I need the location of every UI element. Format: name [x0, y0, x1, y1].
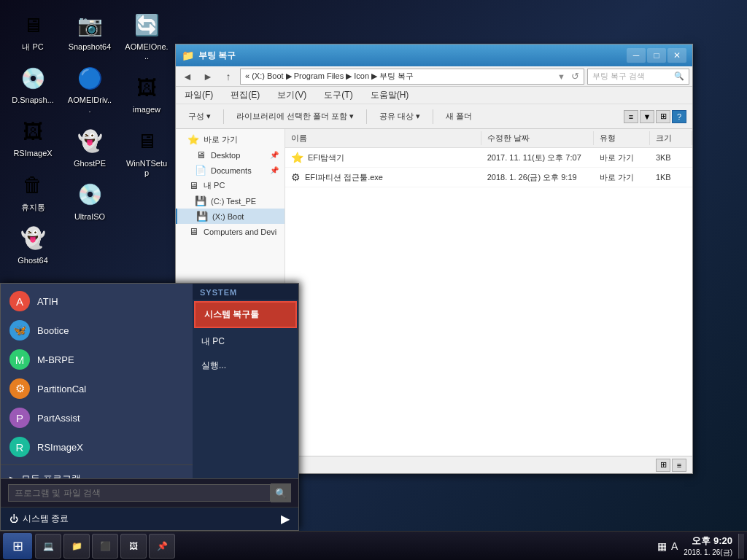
taskbar-date-value: 2018. 1. 26(금)	[684, 548, 732, 558]
taskbar: ⊞ 💻 📁 ⬛ 🖼 📌 ▦ A 오후 9:20 2018. 1. 26(금)	[0, 531, 747, 560]
up-button[interactable]: ↑	[220, 68, 237, 85]
include-library-button[interactable]: 라이브러리에 선택한 폴더 포함 ▾	[230, 108, 360, 125]
file-size-1: 1KB	[650, 171, 692, 184]
file-size-0: 3KB	[650, 151, 692, 164]
file-list-header: 이름 수정한 날짜 유형 크기	[285, 129, 692, 148]
col-header-date[interactable]: 수정한 날짜	[481, 131, 594, 145]
partitioncal-label: PartitionCal	[37, 384, 86, 394]
nav-mypc[interactable]: 🖥 내 PC	[176, 178, 285, 193]
col-header-type[interactable]: 유형	[594, 131, 650, 145]
address-bar[interactable]: « (X:) Boot ▶ Program Files ▶ Icon ▶ 부팅 …	[240, 69, 584, 85]
bottom-view-btn-2[interactable]: ≡	[672, 459, 686, 472]
my-pc-item[interactable]: 내 PC	[193, 330, 298, 354]
desktop-icon-aomei[interactable]: 🔵 AOMEIDriv...	[64, 61, 115, 117]
desktop-icon-snapshot64[interactable]: 📷 Snapshot64	[64, 7, 115, 55]
view-options-button[interactable]: ▼	[640, 110, 654, 123]
start-search-input[interactable]	[8, 484, 271, 502]
ghostpe-icon: 👻	[75, 127, 104, 156]
rsimagex-label: RSImageX	[13, 149, 52, 158]
desktop-icon-ghostpe[interactable]: 👻 GhostPE	[64, 124, 115, 171]
col-header-size[interactable]: 크기	[650, 131, 692, 145]
nav-computers-devices[interactable]: 🖥 Computers and Devi	[176, 224, 285, 239]
close-button[interactable]: ✕	[667, 48, 686, 63]
pane-toggle-button[interactable]: ⊞	[656, 110, 670, 123]
mypc-icon: 🖥	[18, 10, 47, 39]
desktop-icon-recycle[interactable]: 🗑 휴지통	[7, 168, 58, 215]
col-header-name[interactable]: 이름	[285, 131, 481, 145]
system-recovery-item[interactable]: 시스템 복구툴	[194, 301, 297, 328]
desktop-icon-aomeiOne[interactable]: 🔄 AOMEIOne...	[121, 7, 172, 64]
imagew-label: imagew	[133, 105, 160, 114]
start-app-bootice[interactable]: 🦋 Bootice	[1, 316, 193, 345]
desktop-icon-grid: 🖥 내 PC 💿 D.Snapsh... 🖼 RSImageX 🗑 휴지통 👻 …	[7, 7, 160, 284]
bottom-view-btn-1[interactable]: ⊞	[656, 459, 670, 472]
taskbar-clock: 오후 9:20 2018. 1. 26(금)	[684, 534, 732, 558]
share-button[interactable]: 공유 대상 ▾	[373, 108, 427, 125]
partitioncal-icon: ⚙	[9, 378, 30, 399]
help-button[interactable]: ?	[672, 110, 686, 123]
desktop-icon-winntsetup[interactable]: 🖥 WinNTSetup	[121, 124, 172, 181]
ultraiso-label: UltraISO	[74, 212, 105, 222]
menu-tools[interactable]: 도구(T)	[321, 88, 355, 103]
desktop-icon-dsnapshot[interactable]: 💿 D.Snapsh...	[7, 61, 58, 108]
nav-x-drive[interactable]: 💾 (X:) Boot	[176, 209, 285, 224]
ghostpe-label: GhostPE	[74, 159, 106, 168]
details-view-button[interactable]: ≡	[624, 110, 638, 123]
rsimagex2-icon: R	[9, 437, 30, 457]
nav-documents[interactable]: 📄 Documents 📌	[176, 163, 285, 178]
menu-help[interactable]: 도움말(H)	[368, 88, 412, 103]
show-desktop-button[interactable]	[738, 534, 744, 559]
menu-file[interactable]: 파일(F)	[182, 88, 216, 103]
start-app-partassist[interactable]: P PartAssist	[1, 403, 193, 432]
taskbar-item-1[interactable]: 📁	[63, 534, 90, 559]
start-app-rsimagex[interactable]: R RSImageX	[1, 432, 193, 462]
file-name-0: ⭐ EFI탐색기	[285, 149, 481, 166]
back-button[interactable]: ◄	[179, 68, 196, 85]
maximize-button[interactable]: □	[647, 48, 666, 63]
rsimagex2-label: RSImageX	[37, 442, 83, 453]
start-search-button[interactable]: 🔍	[271, 483, 291, 502]
tray-icon-0[interactable]: ▦	[657, 540, 667, 552]
start-app-mbrpe[interactable]: M M-BRPE	[1, 345, 193, 374]
taskbar-item-0[interactable]: 💻	[35, 534, 61, 559]
file-type-0: 바로 가기	[594, 150, 650, 166]
start-app-partitioncal[interactable]: ⚙ PartitionCal	[1, 374, 193, 403]
snapshot64-icon: 📷	[75, 10, 104, 39]
start-apps-panel: A ATIH 🦋 Bootice M M-BRPE ⚙ PartitionCal…	[1, 284, 193, 478]
desktop-icon-ghost64[interactable]: 👻 Ghost64	[7, 221, 58, 268]
run-item[interactable]: 실행...	[193, 354, 298, 378]
start-app-atih[interactable]: A ATIH	[1, 287, 193, 316]
desktop-icon-ultraiso[interactable]: 💿 UltraISO	[64, 177, 115, 225]
organize-button[interactable]: 구성 ▾	[182, 108, 217, 125]
nav-c-label: (C:) Test_PE	[211, 197, 256, 206]
minimize-button[interactable]: ─	[627, 48, 646, 63]
nav-desktop[interactable]: 🖥 Desktop 📌	[176, 147, 285, 163]
desktop-icon-imagew[interactable]: 🖼 imagew	[121, 70, 172, 117]
new-folder-button[interactable]: 새 폴더	[439, 108, 479, 125]
atih-label: ATIH	[37, 296, 58, 307]
search-box[interactable]: 부팅 복구 검색 🔍	[587, 69, 689, 85]
forward-button[interactable]: ►	[199, 68, 217, 85]
desktop-icon-rsimagex[interactable]: 🖼 RSImageX	[7, 114, 58, 161]
taskbar-item-2[interactable]: ⬛	[92, 534, 118, 559]
atih-icon: A	[9, 291, 30, 311]
file-row-1[interactable]: ⚙ EFI파티션 접근툴.exe 2018. 1. 26(금) 오후 9:19 …	[285, 168, 692, 187]
taskbar-item-4[interactable]: 📌	[149, 534, 175, 559]
taskbar-right: ▦ A 오후 9:20 2018. 1. 26(금)	[651, 534, 738, 558]
nav-computers-label: Computers and Devi	[204, 228, 276, 236]
shutdown-button[interactable]: ⏻ 시스템 종료	[9, 513, 69, 525]
desktop-icon-mypc[interactable]: 🖥 내 PC	[7, 7, 58, 55]
tray-icon-A[interactable]: A	[671, 540, 678, 552]
nav-c-drive[interactable]: 💾 (C:) Test_PE	[176, 193, 285, 209]
action-separator-3	[433, 109, 433, 124]
menu-edit[interactable]: 편집(E)	[228, 88, 263, 103]
menu-view[interactable]: 보기(V)	[274, 88, 309, 103]
start-divider	[1, 464, 193, 465]
start-button[interactable]: ⊞	[3, 533, 32, 559]
nav-x-label: (X:) Boot	[212, 212, 244, 221]
aomeiOne-label: AOMEIOne...	[124, 42, 169, 61]
start-all-programs[interactable]: ▶ 모든 프로그램	[1, 468, 193, 478]
file-row-0[interactable]: ⭐ EFI탐색기 2017. 11. 11(토) 오후 7:07 바로 가기 3…	[285, 148, 692, 168]
taskbar-item-3[interactable]: 🖼	[120, 534, 147, 559]
desktop-nav-icon: 🖥	[195, 149, 206, 160]
